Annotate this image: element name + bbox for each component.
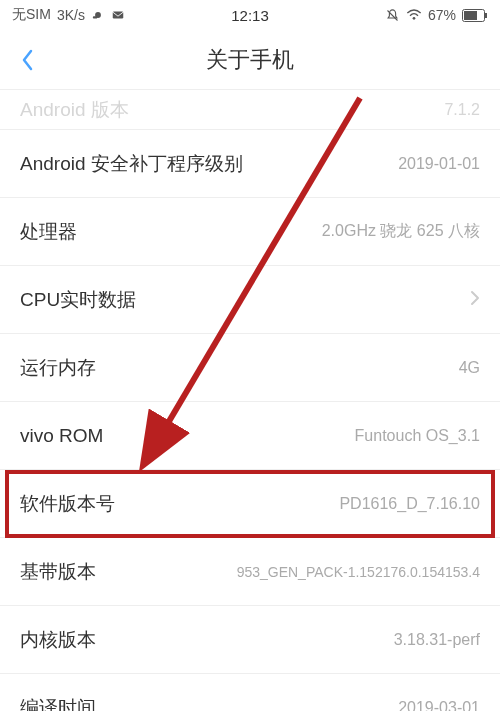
row-label: vivo ROM (20, 425, 103, 447)
row-label: CPU实时数据 (20, 287, 136, 313)
back-button[interactable] (12, 45, 42, 75)
row-value: 3.18.31-perf (394, 631, 480, 649)
row-android-version[interactable]: Android 版本 7.1.2 (0, 90, 500, 130)
battery-pct: 67% (428, 7, 456, 23)
page-title: 关于手机 (206, 45, 294, 75)
net-speed: 3K/s (57, 7, 85, 23)
row-label: 基带版本 (20, 559, 96, 585)
wifi-icon (406, 8, 422, 22)
status-right: 67% (385, 7, 488, 23)
row-label: 处理器 (20, 219, 77, 245)
settings-list: Android 版本 7.1.2 Android 安全补丁程序级别 2019-0… (0, 90, 500, 711)
svg-rect-6 (485, 13, 487, 18)
row-kernel[interactable]: 内核版本 3.18.31-perf (0, 606, 500, 674)
row-value: PD1616_D_7.16.10 (339, 495, 480, 513)
svg-rect-1 (113, 12, 124, 19)
row-value: 2019-01-01 (398, 155, 480, 173)
row-ram[interactable]: 运行内存 4G (0, 334, 500, 402)
row-value: 2019-03-01 (398, 699, 480, 712)
chevron-left-icon (20, 48, 34, 72)
row-value: 7.1.2 (444, 101, 480, 119)
row-label: 内核版本 (20, 627, 96, 653)
row-security-patch[interactable]: Android 安全补丁程序级别 2019-01-01 (0, 130, 500, 198)
sim-status: 无SIM (12, 6, 51, 24)
row-label: 软件版本号 (20, 491, 115, 517)
row-baseband[interactable]: 基带版本 953_GEN_PACK-1.152176.0.154153.4 (0, 538, 500, 606)
status-bar: 无SIM 3K/s 12:13 67% (0, 0, 500, 30)
row-value (464, 290, 480, 310)
row-vivo-rom[interactable]: vivo ROM Funtouch OS_3.1 (0, 402, 500, 470)
row-label: Android 安全补丁程序级别 (20, 151, 243, 177)
row-label: 编译时间 (20, 695, 96, 712)
chevron-right-icon (470, 290, 480, 306)
row-cpu-realtime[interactable]: CPU实时数据 (0, 266, 500, 334)
row-value: 2.0GHz 骁龙 625 八核 (322, 221, 480, 242)
status-time: 12:13 (231, 7, 269, 24)
row-value: Funtouch OS_3.1 (355, 427, 480, 445)
row-value: 953_GEN_PACK-1.152176.0.154153.4 (237, 564, 480, 580)
row-build-time[interactable]: 编译时间 2019-03-01 (0, 674, 500, 711)
row-value: 4G (459, 359, 480, 377)
row-label: 运行内存 (20, 355, 96, 381)
svg-rect-5 (464, 11, 477, 20)
battery-icon (462, 9, 488, 22)
header: 关于手机 (0, 30, 500, 90)
row-label: Android 版本 (20, 97, 129, 123)
svg-point-3 (413, 17, 416, 20)
weather-icon (91, 8, 105, 22)
dnd-icon (385, 8, 400, 23)
row-software-version[interactable]: 软件版本号 PD1616_D_7.16.10 (0, 470, 500, 538)
row-processor[interactable]: 处理器 2.0GHz 骁龙 625 八核 (0, 198, 500, 266)
status-left: 无SIM 3K/s (12, 6, 125, 24)
mail-icon (111, 8, 125, 22)
